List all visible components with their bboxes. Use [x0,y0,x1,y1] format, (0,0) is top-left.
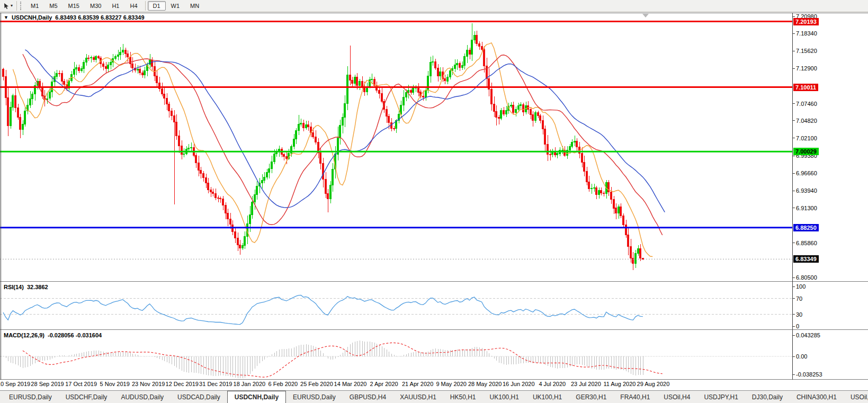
candlesticks [3,23,644,270]
ma-slow-line [25,50,665,212]
chart-symbol-label: USDCNH,Daily [12,14,52,21]
rsi-scale-label: 70 [796,295,802,302]
rsi-scale-label: 100 [796,283,806,290]
macd-panel-label: MACD(12,26,9) -0.028056 -0.031604 [4,332,102,338]
price-level-badge: 6.88250 [793,224,819,231]
price-level-badge: 7.00029 [793,148,819,155]
ma-mid-line [23,54,663,235]
price-tick-label: 6.93940 [796,187,817,194]
price-tick-label: 7.02100 [796,135,817,141]
chart-ohlc-values: 6.83493 6.83539 6.83227 6.83349 [55,14,144,21]
chart-title: ▼ USDCNH,Daily 6.83493 6.83539 6.83227 6… [4,14,145,21]
macd-label: MACD(12,26,9) [4,332,44,338]
macd-scale-label: -0.038253 [796,371,822,378]
rsi-scale-label: 30 [796,311,802,318]
macd-values: -0.028056 -0.031604 [48,332,102,338]
rsi-scale-label: 0 [796,323,799,329]
rsi-line [3,295,643,324]
ma-fast-line [13,43,652,257]
price-level-badge: 6.83349 [793,255,819,263]
price-tick-label: 7.04820 [796,118,817,124]
rsi-label: RSI(14) [4,284,24,290]
price-tick-label: 7.07460 [796,101,817,107]
rsi-panel-label: RSI(14) 32.3862 [4,284,48,290]
trading-terminal-window: ▾ M1M5M15M30H1H4D1W1MN ▼ USDCNH,Daily 6.… [0,0,868,403]
price-tick-label: 6.85860 [796,240,817,246]
price-tick-label: 6.96660 [796,170,817,176]
price-tick-label: 6.91300 [796,205,817,211]
chart-shift-marker-icon[interactable] [642,14,649,17]
panel-frame [0,13,868,380]
price-level-badge: 7.20193 [793,18,819,25]
macd-histogram [4,341,643,378]
price-tick-label: 6.80500 [796,274,817,281]
price-tick-label: 7.12900 [796,65,817,71]
macd-signal-line [23,343,663,377]
chart-menu-icon[interactable]: ▼ [4,15,8,20]
price-tick-label: 7.15620 [796,48,817,54]
price-tick-label: 7.18340 [796,30,817,37]
price-level-badge: 7.10011 [793,84,818,91]
macd-scale-label: 0.00 [796,353,807,360]
rsi-value: 32.3862 [27,284,48,290]
macd-scale-label: 0.043285 [796,332,820,338]
chart-canvas[interactable] [0,0,868,403]
